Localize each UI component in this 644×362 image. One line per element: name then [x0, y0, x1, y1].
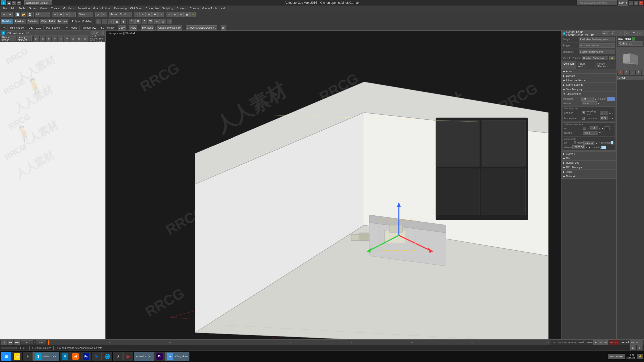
freeform-btn[interactable]: Freeform [14, 19, 26, 24]
menu-item-game-tools[interactable]: Game Tools [201, 6, 219, 10]
browser-btn[interactable]: 🌐 [102, 352, 112, 361]
illustrator-btn[interactable]: Ai [70, 352, 80, 361]
modifier-item-1[interactable]: Group [617, 76, 643, 80]
vertex-btn[interactable]: ⊹ [96, 19, 101, 24]
timeline[interactable]: ▷ ◀◀ ▶▶ 0 / 250 0 10 30 60 90 110 150 20… [0, 340, 644, 345]
rs-maximize[interactable]: □ [606, 31, 610, 35]
menu-item-graph-editors[interactable]: Graph Editors [92, 6, 112, 10]
add-time-tag-btn[interactable]: Add Time Tag [593, 340, 608, 345]
premiere-btn[interactable]: Pr [154, 352, 165, 361]
render-settings-btn[interactable]: ⚙ [101, 12, 107, 17]
section-network[interactable]: ▶ Network [561, 174, 616, 179]
mp-mode-btn[interactable]: ⊹ [618, 31, 623, 36]
media-btn[interactable]: ▶ [123, 352, 133, 361]
section-glare[interactable]: ▶ Glare [561, 156, 616, 161]
dynamics-btn[interactable]: ◈ [172, 12, 178, 17]
start-button[interactable]: ⊞ [1, 352, 12, 361]
render-type-dropdown[interactable]: Render Image [1, 36, 16, 41]
floor-btn[interactable]: FloorFlooring C... [608, 354, 625, 359]
selection-mode[interactable]: All [35, 12, 50, 17]
section-environment[interactable]: ▼ Environment multiplier 1.0 ▲ ▼ color [561, 92, 616, 152]
move-btn[interactable]: ✛ [58, 12, 64, 17]
arrow-down[interactable]: ▼ [597, 98, 599, 100]
rp-close[interactable]: ✕ [100, 31, 104, 35]
section-camera[interactable]: ▶ Camera [561, 152, 616, 156]
chrome-btn[interactable]: ● [23, 352, 33, 361]
notification-btn[interactable]: 🔔 [637, 354, 643, 359]
quick-access-2[interactable]: ↩ [12, 1, 16, 5]
preset-dropdown[interactable]: No preset selected [579, 43, 615, 48]
modifier-list-dropdown[interactable]: Modifier List [618, 41, 643, 46]
section-kernel[interactable]: ▶ Kernel Settings [561, 83, 616, 87]
redo-btn[interactable]: ↪ [7, 12, 13, 17]
section-interactive[interactable]: ▶ Interactive Render [561, 78, 616, 83]
key-filters-btn[interactable]: Key Filters... [630, 340, 643, 345]
mp-arrow-btn[interactable]: ↩ [642, 70, 644, 75]
section-tools[interactable]: ▶ Tools [561, 170, 616, 174]
chamfer-btn[interactable]: C [129, 19, 135, 24]
bevel-btn[interactable]: B [142, 19, 147, 24]
rp-minimize[interactable]: — [91, 31, 95, 35]
snap-dropdown[interactable]: Eastern Scroll... [109, 12, 132, 17]
menu-item-corona[interactable]: Corona [188, 6, 200, 10]
alpha-mul-up[interactable]: ▲ [599, 127, 601, 129]
mp-pin-btn[interactable]: 📌 [618, 70, 623, 75]
section-about[interactable]: ▶ About [561, 69, 616, 74]
atm-dist-input[interactable]: 10000.00 [572, 145, 585, 149]
rs-minimize[interactable]: — [602, 31, 606, 35]
cloth-btn[interactable]: ⊟ [178, 12, 184, 17]
modeling-btn[interactable]: Modeling [1, 19, 13, 24]
atm-scat-color[interactable] [601, 146, 606, 149]
auto-key-btn[interactable]: Auto Key [609, 340, 619, 345]
loop-btn[interactable]: ↻ [167, 19, 172, 24]
mp-settings-btn[interactable]: ⚙ [624, 70, 629, 75]
rp-btn3[interactable]: ⊕ [46, 36, 51, 41]
dl-res-down[interactable]: ▼ [612, 117, 614, 119]
prev-frame-btn[interactable]: ◀◀ [8, 340, 13, 345]
multiplier-input[interactable]: 1.0 [581, 97, 594, 101]
layer-btn[interactable]: ☰ [152, 12, 158, 17]
dl-down[interactable]: ▼ [612, 112, 614, 114]
selection-btn[interactable]: Selection [27, 19, 39, 24]
atm-d-up[interactable]: ▲ [586, 147, 588, 148]
rp-btn9[interactable]: ⊠ [82, 36, 88, 41]
view-dropdown[interactable]: Quad 4 - Perspective [582, 56, 608, 60]
menu-item-views[interactable]: Views [38, 6, 49, 10]
unity-btn[interactable]: U [113, 352, 123, 361]
array-btn[interactable]: # [140, 12, 146, 17]
tab-elements[interactable]: Render Elements [595, 61, 616, 69]
next-frame-btn[interactable]: ▶▶ [14, 340, 20, 345]
menu-item-help[interactable]: Help [219, 6, 228, 10]
dl-hemi-checkbox[interactable]: ✓ [582, 117, 585, 120]
texture-dropdown[interactable]: None [582, 101, 597, 105]
close-btn[interactable]: ✕ [639, 1, 643, 5]
particle-btn[interactable]: ⋯ [166, 12, 172, 17]
align-btn[interactable]: ⊟ [146, 12, 152, 17]
atm-height-input[interactable]: 1000.00 [583, 141, 594, 145]
element-btn[interactable]: ◈ [121, 19, 126, 24]
rp-btn6[interactable]: ⇒ [64, 36, 69, 41]
menu-item-file[interactable]: File [1, 6, 9, 10]
path-dropdown[interactable]: C:\Users\JojoDo\Docum... [186, 25, 217, 30]
workspace-dropdown[interactable]: Workspace: Default [24, 0, 52, 5]
weld-btn[interactable]: W [148, 19, 153, 24]
affinity-btn[interactable]: A Affinity Photo [165, 352, 189, 361]
quick-access-1[interactable]: 💾 [7, 1, 11, 5]
mp-mode-btn3[interactable]: ☰ [631, 31, 636, 36]
minimize-btn[interactable]: — [629, 1, 633, 5]
menu-item-edit[interactable]: Edit [9, 6, 17, 10]
lock-view-btn[interactable]: 🔒 [609, 56, 615, 60]
border-btn[interactable]: □ [108, 19, 114, 24]
menu-item-rendering[interactable]: Rendering [112, 6, 128, 10]
dl-up[interactable]: ▲ [609, 112, 611, 114]
section-renderlog[interactable]: ▶ Render Log [561, 161, 616, 165]
grid-btn[interactable]: ⊞ [630, 345, 636, 351]
menu-item-content[interactable]: Content [175, 6, 188, 10]
polygon-btn[interactable]: ▩ [114, 19, 120, 24]
rotate-btn[interactable]: ↻ [64, 12, 70, 17]
extrude-btn[interactable]: E [135, 19, 141, 24]
maya-btn[interactable]: M [60, 352, 70, 361]
tab-fstorm[interactable]: FStorm settings [576, 61, 595, 69]
save-btn[interactable]: 💾 [27, 12, 32, 17]
populate-btn[interactable]: Populate [57, 19, 68, 24]
